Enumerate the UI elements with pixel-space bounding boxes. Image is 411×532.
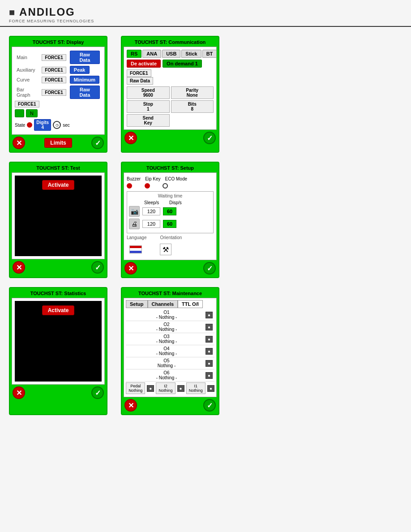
display-digits-button[interactable]: Digits4 — [34, 119, 51, 131]
display-bargraph-label: Bar Graph — [15, 85, 40, 100]
comm-speed-cell[interactable]: Speed9600 — [127, 86, 170, 99]
setup-flag-icon[interactable] — [129, 245, 142, 253]
test-black-area: Activate — [15, 176, 102, 256]
test-panel: TOUCHST ST: Test Activate ✕ ✓ — [9, 162, 107, 278]
display-n-button[interactable]: N — [26, 109, 38, 117]
display-raw-data-button[interactable]: Raw Data — [70, 51, 100, 64]
maint-i2-button[interactable]: ● — [177, 385, 184, 392]
setup-eip-radio[interactable] — [145, 183, 150, 189]
comm-bits-cell[interactable]: Bits8 — [171, 100, 214, 113]
comm-tab-bt[interactable]: BT — [202, 50, 217, 58]
maint-o1-button[interactable]: ● — [206, 312, 213, 318]
test-cancel-button[interactable]: ✕ — [13, 261, 25, 274]
test-confirm-button[interactable]: ✓ — [91, 261, 104, 274]
maint-tab-row: Setup Channels TTL O/I — [126, 300, 214, 308]
setup-eco-radio[interactable] — [163, 183, 168, 189]
setup-panel-body: Buzzer Eip Key ECO Mode Waiting time Sle… — [124, 172, 217, 260]
main-content: TOUCHST ST: Display Main FORCE1 Raw Data… — [0, 36, 411, 424]
logo: ■ ANDILOG FORCE MEASURING TECHNOLOGIES — [9, 4, 402, 23]
comm-tab-rs[interactable]: RS — [127, 50, 141, 58]
setup-confirm-button[interactable]: ✓ — [203, 262, 216, 275]
display-aux-label: Auxiliary — [15, 65, 40, 75]
maint-o1-row: O1- Nothing - ● — [126, 309, 214, 321]
maint-o3-button[interactable]: ● — [206, 336, 213, 343]
maint-o4-button[interactable]: ● — [206, 348, 213, 355]
setup-radio-row — [127, 182, 214, 189]
test-panel-footer: ✕ ✓ — [12, 259, 105, 275]
setup-cancel-button[interactable]: ✕ — [124, 262, 137, 275]
setup-eco-mode-label: ECO Mode — [165, 176, 187, 181]
comm-deactivate-button[interactable]: De activate — [127, 60, 161, 68]
setup-waiting-row2: 🖨 60 — [129, 219, 211, 229]
setup-sleep2-input[interactable] — [142, 220, 160, 228]
display-table: Main FORCE1 Raw Data Auxiliary FORCE1 Pe… — [15, 50, 102, 100]
maint-o1-label: O1- Nothing - — [128, 310, 206, 320]
maint-confirm-button[interactable]: ✓ — [203, 399, 216, 412]
comm-parity-cell[interactable]: ParityNone — [171, 86, 214, 99]
display-bargraph-rawdata-button[interactable]: Raw Data — [70, 86, 100, 99]
setup-buzzer-radio[interactable] — [127, 183, 132, 189]
test-activate-button[interactable]: Activate — [42, 180, 75, 190]
setup-sleep1-input[interactable] — [142, 207, 160, 215]
maint-pedal-button[interactable]: ● — [147, 385, 154, 392]
display-minimum-button[interactable]: Minimum — [70, 76, 99, 84]
display-peak-button[interactable]: Peak — [70, 66, 90, 74]
stats-activate-button[interactable]: Activate — [42, 305, 75, 315]
setup-waiting-row1: 📷 60 — [129, 206, 211, 217]
display-bargraph-btn-cell: Raw Data — [68, 85, 102, 100]
setup-disp1-value[interactable]: 60 — [163, 207, 176, 215]
comm-tab-ana[interactable]: ANA — [142, 50, 161, 58]
display-curve-label: Curve — [15, 75, 40, 85]
maint-o4-row: O4- Nothing - ● — [126, 345, 214, 357]
comm-on-demand-button[interactable]: On demand 1 — [163, 60, 202, 68]
logo-subtitle: FORCE MEASURING TECHNOLOGIES — [9, 19, 402, 23]
logo-title: ■ ANDILOG — [9, 4, 402, 19]
maint-tab-channels[interactable]: Channels — [148, 300, 178, 308]
maint-tab-ttl[interactable]: TTL O/I — [178, 300, 203, 308]
display-clock-icon[interactable]: ◷ — [53, 121, 61, 129]
maint-cancel-button[interactable]: ✕ — [124, 399, 137, 412]
comm-cancel-button[interactable]: ✕ — [124, 132, 137, 144]
maint-i1-button[interactable]: ● — [207, 385, 214, 392]
header: ■ ANDILOG FORCE MEASURING TECHNOLOGIES — [0, 0, 411, 27]
setup-lang-row: Language Orientation — [127, 233, 214, 242]
comm-confirm-button[interactable]: ✓ — [203, 132, 216, 144]
comm-panel-footer: ✕ ✓ — [124, 130, 217, 145]
row-2: TOUCHST ST: Test Activate ✕ ✓ TOUCHST ST… — [9, 162, 402, 278]
setup-options-row: Buzzer Eip Key ECO Mode — [127, 176, 214, 182]
stats-panel-title: TOUCHST ST: Statistics — [12, 290, 105, 298]
display-state-radio[interactable] — [27, 122, 32, 128]
display-confirm-button[interactable]: ✓ — [91, 137, 104, 149]
test-panel-title: TOUCHST ST: Test — [12, 164, 105, 172]
comm-send-key-cell[interactable]: SendKey — [127, 114, 170, 127]
stats-panel: TOUCHST ST: Statistics Activate ✕ ✓ — [9, 287, 107, 415]
maint-o5-row: O5Nothing - ● — [126, 357, 214, 369]
maint-tab-setup[interactable]: Setup — [126, 300, 148, 308]
stats-cancel-button[interactable]: ✕ — [13, 386, 25, 399]
setup-panel-title: TOUCHST ST: Setup — [124, 164, 217, 172]
maint-o6-button[interactable]: ● — [206, 372, 213, 379]
row-3: TOUCHST ST: Statistics Activate ✕ ✓ TOUC… — [9, 287, 402, 415]
display-cancel-button[interactable]: ✕ — [13, 137, 25, 149]
setup-disp2-value[interactable]: 60 — [163, 220, 176, 228]
display-limits-button[interactable]: Limits — [44, 138, 72, 148]
comm-stop-cell[interactable]: Stop1 — [127, 100, 170, 113]
test-panel-body: Activate — [12, 172, 105, 259]
display-state-label: State — [15, 123, 25, 128]
display-main-value: FORCE1 — [40, 50, 68, 65]
maint-panel-footer: ✕ ✓ — [124, 397, 217, 412]
stats-confirm-button[interactable]: ✓ — [91, 386, 104, 399]
maint-o5-button[interactable]: ● — [206, 360, 213, 367]
comm-tab-stick[interactable]: Stick — [181, 50, 201, 58]
display-unit-green-button[interactable] — [15, 109, 24, 117]
maint-o2-label: O2- Nothing - — [128, 322, 206, 332]
display-force-badge: FORCE1 — [15, 101, 39, 107]
logo-bracket-icon: ■ — [9, 7, 15, 18]
display-panel-footer: ✕ Limits ✓ — [12, 135, 105, 150]
comm-tab-usb[interactable]: USB — [162, 50, 180, 58]
setup-waiting-title: Waiting time — [129, 193, 211, 198]
setup-panel-footer: ✕ ✓ — [124, 260, 217, 275]
setup-orientation-icon[interactable]: ⚒ — [160, 244, 171, 255]
setup-waiting-headers: Sleep/s Disp/s — [129, 200, 211, 205]
maint-o2-button[interactable]: ● — [206, 324, 213, 330]
